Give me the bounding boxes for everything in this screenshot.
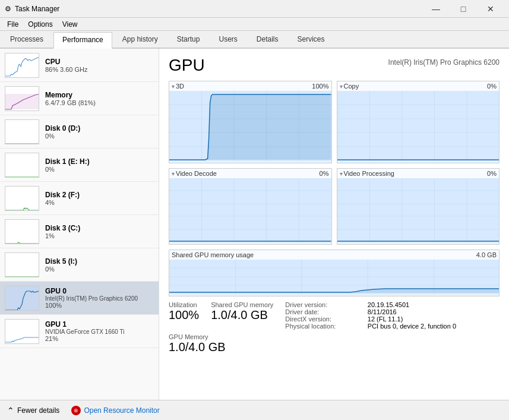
tab-performance[interactable]: Performance: [53, 32, 112, 49]
svg-rect-4: [5, 153, 39, 178]
disk5-thumb: [5, 252, 39, 277]
gpu1-info: GPU 1 NVIDIA GeForce GTX 1660 Ti 21%: [45, 320, 154, 342]
disk5-info: Disk 5 (I:) 0%: [45, 257, 154, 273]
window-controls: — □ ✕: [422, 0, 504, 18]
directx-label: DirectX version:: [285, 315, 367, 323]
driver-info-table: Driver version: 20.19.15.4501 Driver dat…: [285, 301, 499, 330]
disk5-label: Disk 5 (I:): [45, 257, 154, 266]
shared-gpu-label: Shared GPU memory: [211, 301, 273, 308]
directx-row: DirectX version: 12 (FL 11.1): [285, 315, 499, 323]
gpu0-sub: Intel(R) Iris(TM) Pro Graphics 6200: [45, 295, 154, 302]
stats-row: Utilization 100% Shared GPU memory 1.0/4…: [169, 301, 499, 330]
gpu1-label: GPU 1: [45, 320, 154, 329]
sidebar-item-gpu1[interactable]: GPU 1 NVIDIA GeForce GTX 1660 Ti 21%: [0, 315, 159, 348]
disk1-label: Disk 1 (E: H:): [45, 157, 154, 166]
main-layout: CPU 86% 3.60 GHz Memory 6.4/7.9 GB (81%): [0, 49, 509, 400]
disk0-usage: 0%: [45, 132, 154, 140]
disk3-thumb: [5, 219, 39, 244]
menu-file[interactable]: File: [2, 19, 23, 30]
chart-video-decode: ▾ Video Decode 0%: [169, 168, 332, 245]
tab-startup[interactable]: Startup: [168, 31, 209, 48]
gpu-memory-label: GPU Memory: [169, 333, 499, 340]
shared-memory-graph: [169, 260, 499, 294]
driver-info-block: Driver version: 20.19.15.4501 Driver dat…: [285, 301, 499, 330]
stat-utilization: Utilization 100%: [169, 301, 199, 330]
chart-3d-graph: [169, 91, 331, 161]
gpu1-sub: NVIDIA GeForce GTX 1660 Ti: [45, 329, 154, 335]
chart-video-processing: ▾ Video Processing 0%: [337, 168, 500, 245]
tab-services[interactable]: Services: [289, 31, 334, 48]
shared-gpu-memory-chart: Shared GPU memory usage 4.0 GB: [169, 250, 499, 296]
physical-value: PCI bus 0, device 2, function 0: [368, 323, 499, 330]
disk1-usage: 0%: [45, 166, 154, 173]
chart-3d: ▾ 3D 100%: [169, 81, 332, 163]
sidebar-item-disk3[interactable]: Disk 3 (C:) 1%: [0, 215, 159, 248]
svg-rect-9: [5, 320, 39, 344]
window-title: Task Manager: [15, 5, 422, 13]
menu-bar: File Options View: [0, 18, 509, 31]
memory-info: Memory 6.4/7.9 GB (81%): [45, 91, 154, 106]
chart-copy: ▾ Copy 0%: [337, 81, 500, 163]
chart-vdecode-label: ▾ Video Decode 0%: [169, 169, 331, 178]
disk2-thumb: [5, 186, 39, 211]
close-button[interactable]: ✕: [477, 0, 504, 18]
gpu0-pct: 100%: [45, 302, 154, 309]
memory-thumb: [5, 86, 39, 111]
svg-rect-3: [5, 120, 39, 144]
disk0-info: Disk 0 (D:) 0%: [45, 124, 154, 140]
fewer-details-button[interactable]: ⌃ Fewer details: [7, 406, 59, 415]
physical-label: Physical location:: [285, 323, 367, 330]
physical-location-row: Physical location: PCI bus 0, device 2, …: [285, 323, 499, 330]
chart-copy-graph: [337, 91, 499, 161]
stat-shared-gpu: Shared GPU memory 1.0/4.0 GB: [211, 301, 273, 330]
sidebar-item-cpu[interactable]: CPU 86% 3.60 GHz: [0, 49, 159, 82]
content-subtitle: Intel(R) Iris(TM) Pro Graphics 6200: [388, 58, 499, 67]
sidebar-item-disk2[interactable]: Disk 2 (F:) 4%: [0, 182, 159, 215]
tab-app-history[interactable]: App history: [113, 31, 167, 48]
gpu-memory-value: 1.0/4.0 GB: [169, 340, 499, 354]
svg-rect-8: [5, 286, 39, 311]
gpu0-info: GPU 0 Intel(R) Iris(TM) Pro Graphics 620…: [45, 287, 154, 309]
driver-date-value: 8/11/2016: [368, 308, 499, 315]
gpu0-thumb: [5, 286, 39, 311]
chart-vdecode-graph: [169, 178, 331, 242]
sidebar-item-gpu0[interactable]: GPU 0 Intel(R) Iris(TM) Pro Graphics 620…: [0, 282, 159, 315]
menu-view[interactable]: View: [58, 19, 83, 30]
sidebar-item-disk5[interactable]: Disk 5 (I:) 0%: [0, 248, 159, 282]
svg-rect-6: [5, 220, 39, 244]
gpu1-pct: 21%: [45, 335, 154, 342]
svg-rect-2: [5, 94, 39, 109]
sidebar-item-memory[interactable]: Memory 6.4/7.9 GB (81%): [0, 82, 159, 115]
driver-version-value: 20.19.15.4501: [368, 301, 499, 308]
sidebar-item-disk0[interactable]: Disk 0 (D:) 0%: [0, 115, 159, 149]
tab-details[interactable]: Details: [248, 31, 287, 48]
open-resource-monitor-button[interactable]: ⊗ Open Resource Monitor: [71, 406, 159, 415]
memory-label: Memory: [45, 91, 154, 99]
tab-users[interactable]: Users: [210, 31, 246, 48]
chart-copy-label: ▾ Copy 0%: [337, 81, 499, 91]
disk3-label: Disk 3 (C:): [45, 224, 154, 232]
bottom-bar: ⌃ Fewer details ⊗ Open Resource Monitor: [0, 400, 509, 420]
content-area: GPU Intel(R) Iris(TM) Pro Graphics 6200 …: [159, 49, 509, 400]
minimize-button[interactable]: —: [422, 0, 450, 18]
memory-usage: 6.4/7.9 GB (81%): [45, 99, 154, 106]
sidebar-item-disk1[interactable]: Disk 1 (E: H:) 0%: [0, 149, 159, 182]
disk2-label: Disk 2 (F:): [45, 191, 154, 199]
menu-options[interactable]: Options: [23, 19, 57, 30]
directx-value: 12 (FL 11.1): [368, 315, 499, 323]
svg-rect-38: [337, 178, 499, 242]
fewer-details-label: Fewer details: [17, 406, 59, 415]
shared-gpu-value: 1.0/4.0 GB: [211, 308, 273, 322]
tab-processes[interactable]: Processes: [1, 31, 52, 48]
utilization-label: Utilization: [169, 301, 199, 308]
open-resource-monitor-label: Open Resource Monitor: [84, 406, 159, 415]
stat-gpu-memory: GPU Memory 1.0/4.0 GB: [169, 333, 499, 354]
driver-version-label: Driver version:: [285, 301, 367, 308]
disk3-usage: 1%: [45, 232, 154, 239]
disk0-label: Disk 0 (D:): [45, 124, 154, 132]
disk1-thumb: [5, 153, 39, 178]
svg-rect-5: [5, 187, 39, 211]
disk1-info: Disk 1 (E: H:) 0%: [45, 157, 154, 173]
cpu-usage: 86% 3.60 GHz: [45, 66, 154, 73]
maximize-button[interactable]: □: [450, 0, 477, 18]
